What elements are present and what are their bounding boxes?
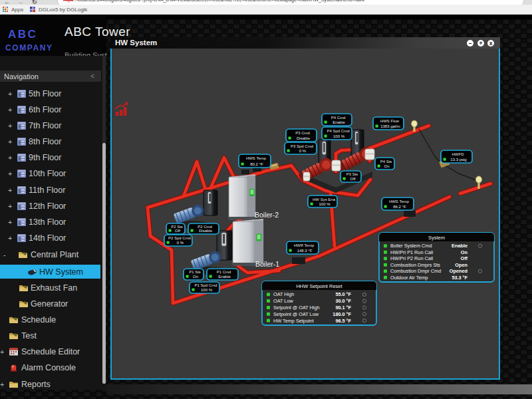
svg-text:80.2 °F: 80.2 °F bbox=[250, 162, 263, 166]
svg-text:Setpoint @ OAT High: Setpoint @ OAT High bbox=[273, 305, 320, 311]
svg-text:HW/Pri P1 Run Call: HW/Pri P1 Run Call bbox=[390, 249, 433, 255]
svg-text:0 %: 0 % bbox=[177, 241, 184, 245]
svg-text:On: On bbox=[461, 249, 467, 255]
svg-text:Combustion Dmpr Cmd: Combustion Dmpr Cmd bbox=[390, 268, 441, 274]
svg-text:HW Sys Ena: HW Sys Ena bbox=[313, 198, 336, 201]
svg-text:100 %: 100 % bbox=[201, 288, 213, 292]
svg-text:P2 Spd Cmd: P2 Spd Cmd bbox=[168, 236, 191, 240]
svg-text:On: On bbox=[384, 164, 389, 168]
svg-text:P3 Cmd: P3 Cmd bbox=[295, 131, 310, 135]
svg-text:96.5 °F: 96.5 °F bbox=[335, 318, 351, 324]
svg-text:P1 Spd Cmd: P1 Spd Cmd bbox=[194, 283, 217, 287]
svg-text:86.2 °F: 86.2 °F bbox=[393, 205, 406, 209]
svg-text:Setpoint @ OAT Low: Setpoint @ OAT Low bbox=[273, 311, 319, 317]
svg-text:P4 Cmd: P4 Cmd bbox=[331, 116, 346, 120]
svg-text:100 %: 100 % bbox=[319, 202, 331, 206]
svg-text:On: On bbox=[193, 275, 198, 279]
svg-text:148.3 °F: 148.3 °F bbox=[297, 249, 313, 253]
svg-text:1383 gal/m: 1383 gal/m bbox=[380, 124, 400, 128]
svg-text:HW/Pri P2 Run Call: HW/Pri P2 Run Call bbox=[390, 255, 433, 261]
svg-text:Enable: Enable bbox=[218, 275, 231, 279]
svg-text:P3 Spd Cmd: P3 Spd Cmd bbox=[291, 144, 313, 148]
svg-text:P4 Sts: P4 Sts bbox=[380, 160, 392, 164]
svg-text:180.0 °F: 180.0 °F bbox=[332, 311, 351, 317]
svg-text:P4 Spd Cmd: P4 Spd Cmd bbox=[327, 129, 349, 133]
svg-text:Off: Off bbox=[175, 229, 180, 233]
svg-text:Opened: Opened bbox=[450, 268, 467, 274]
svg-text:System: System bbox=[428, 235, 445, 241]
svg-text:Enable: Enable bbox=[452, 243, 467, 249]
svg-text:OAT Low: OAT Low bbox=[273, 298, 293, 304]
svg-text:HWR Temp: HWR Temp bbox=[294, 243, 315, 247]
svg-text:Off: Off bbox=[460, 255, 467, 261]
svg-text:Off: Off bbox=[350, 177, 356, 181]
svg-text:Combustion Dmprs Sts: Combustion Dmprs Sts bbox=[390, 262, 440, 268]
svg-text:HW Temp Setpoint: HW Temp Setpoint bbox=[273, 318, 314, 324]
svg-text:30.0 °F: 30.0 °F bbox=[335, 298, 351, 304]
svg-text:P2 Cmd: P2 Cmd bbox=[198, 225, 212, 229]
svg-text:P1 Sts: P1 Sts bbox=[189, 270, 201, 274]
svg-text:Boiler-1: Boiler-1 bbox=[255, 260, 279, 268]
svg-text:Boiler-2: Boiler-2 bbox=[255, 211, 279, 219]
svg-text:53.3 °F: 53.3 °F bbox=[452, 275, 467, 281]
svg-text:OAT High: OAT High bbox=[273, 291, 294, 297]
svg-text:HWS Temp: HWS Temp bbox=[389, 200, 410, 203]
svg-text:HWS Flow: HWS Flow bbox=[380, 119, 400, 123]
svg-text:Disable: Disable bbox=[297, 136, 311, 140]
svg-text:Open: Open bbox=[455, 262, 467, 268]
svg-text:HWS Temp: HWS Temp bbox=[246, 156, 267, 160]
svg-text:HHW Setpoint Reset: HHW Setpoint Reset bbox=[296, 283, 342, 289]
svg-text:Enable: Enable bbox=[332, 120, 345, 124]
svg-text:55.0 °F: 55.0 °F bbox=[335, 291, 351, 297]
svg-text:HWFD: HWFD bbox=[452, 152, 465, 156]
svg-text:P3 Sts: P3 Sts bbox=[346, 172, 358, 176]
svg-text:90.1 °F: 90.1 °F bbox=[335, 305, 351, 311]
svg-text:P2 Sts: P2 Sts bbox=[171, 225, 183, 229]
svg-text:Disable: Disable bbox=[199, 229, 213, 233]
svg-text:Outdoor Air Temp: Outdoor Air Temp bbox=[390, 275, 428, 281]
svg-text:0 %: 0 % bbox=[299, 149, 307, 153]
svg-text:Boiler System Cmd: Boiler System Cmd bbox=[390, 243, 432, 249]
svg-text:P1 Cmd: P1 Cmd bbox=[217, 270, 231, 274]
svg-text:100 %: 100 % bbox=[333, 134, 345, 138]
svg-text:13.3 psig: 13.3 psig bbox=[450, 158, 466, 162]
